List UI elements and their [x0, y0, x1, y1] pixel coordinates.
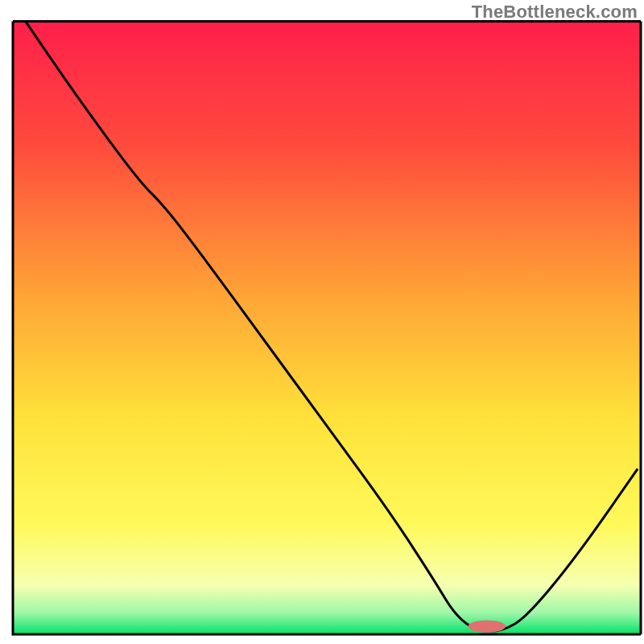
gradient-background [13, 21, 641, 634]
bottleneck-chart [0, 0, 644, 644]
chart-container: TheBottleneck.com [0, 0, 644, 644]
optimal-marker [469, 620, 506, 632]
